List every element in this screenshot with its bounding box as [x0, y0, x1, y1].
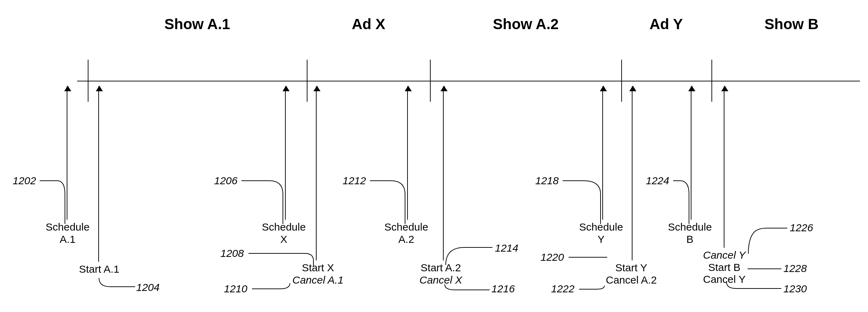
segment-show-a2: Show A.2 — [493, 16, 558, 33]
leader-1228 — [748, 267, 783, 270]
leader-1212 — [370, 180, 412, 226]
ref-1224: 1224 — [646, 175, 669, 187]
leader-1206 — [241, 180, 291, 226]
ref-1214: 1214 — [495, 242, 518, 254]
leader-1230 — [726, 282, 783, 295]
ref-1202: 1202 — [13, 175, 36, 187]
segment-show-a1: Show A.1 — [164, 16, 230, 33]
leader-1222 — [579, 285, 608, 295]
timeline-diagram: Show A.1 Ad X Show A.2 Ad Y Show B Sched… — [0, 0, 868, 312]
ref-1204: 1204 — [136, 281, 160, 293]
arrow-start-a2 — [443, 86, 444, 260]
timeline-axis — [77, 81, 860, 81]
segment-ad-x: Ad X — [352, 16, 385, 33]
ref-1208: 1208 — [220, 247, 244, 259]
divider-a2-y — [621, 60, 622, 102]
arrow-start-y — [632, 86, 632, 260]
divider-x-a2 — [430, 60, 431, 102]
ref-1230: 1230 — [783, 283, 807, 295]
arrow-start-b — [724, 86, 724, 248]
segment-ad-y: Ad Y — [650, 16, 683, 33]
divider-start — [88, 60, 88, 102]
ref-1222: 1222 — [551, 283, 575, 295]
leader-1218 — [563, 180, 607, 226]
ref-1216: 1216 — [491, 283, 515, 295]
divider-y-b — [711, 60, 712, 102]
leader-1216 — [444, 284, 492, 297]
leader-1226 — [748, 227, 789, 255]
leader-1220 — [569, 257, 611, 265]
label-start-a1: Start A.1 — [79, 263, 119, 276]
arrow-start-x — [316, 86, 317, 260]
ref-1228: 1228 — [783, 263, 807, 274]
ref-1210: 1210 — [224, 283, 247, 295]
leader-1208 — [249, 253, 322, 267]
leader-1202 — [40, 180, 72, 226]
arrow-start-a1 — [98, 86, 99, 262]
ref-1212: 1212 — [343, 175, 366, 187]
label-start-y: Start Y Cancel A.2 — [606, 262, 657, 286]
leader-1204 — [98, 278, 137, 294]
leader-1224 — [673, 180, 698, 226]
label-start-b: Cancel Y Start B Cancel Y — [703, 249, 746, 286]
ref-1220: 1220 — [541, 251, 564, 263]
ref-1218: 1218 — [535, 175, 559, 187]
ref-1206: 1206 — [214, 175, 238, 187]
leader-1214 — [445, 246, 494, 267]
ref-1226: 1226 — [790, 222, 813, 234]
leader-1210 — [252, 283, 294, 295]
segment-show-b: Show B — [764, 16, 819, 33]
divider-a1-x — [307, 60, 307, 102]
